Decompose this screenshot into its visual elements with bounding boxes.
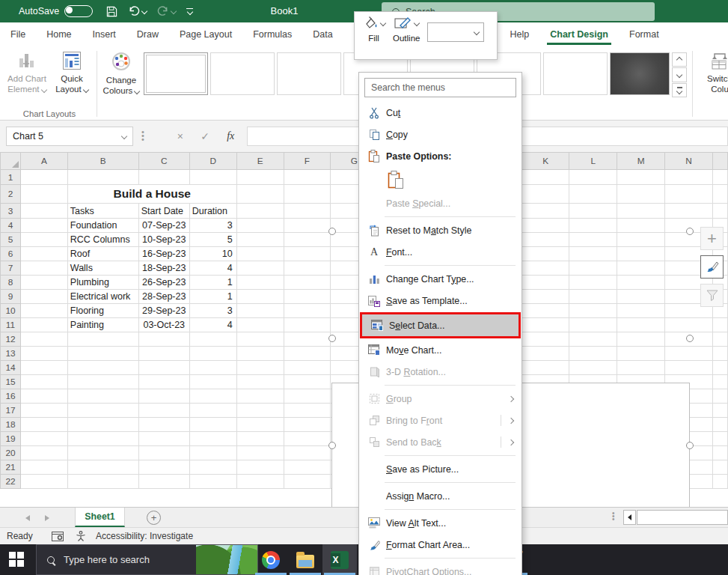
taskbar-app-file-explorer[interactable] <box>288 544 322 575</box>
cell-A11[interactable] <box>20 318 67 332</box>
autosave-toggle[interactable]: AutoSave <box>19 5 93 17</box>
cell-B14[interactable] <box>67 361 138 375</box>
menu-item-format-chart-area[interactable]: Format Chart Area... <box>359 534 521 556</box>
cell-F15[interactable] <box>284 375 331 389</box>
cell-B15[interactable] <box>67 375 138 389</box>
cell-A12[interactable] <box>20 332 67 347</box>
cell-A6[interactable] <box>20 247 67 261</box>
cell-D21[interactable] <box>189 460 236 475</box>
cell-F11[interactable] <box>284 318 331 332</box>
cell-F16[interactable] <box>284 389 331 404</box>
cell-M1[interactable] <box>617 170 665 185</box>
column-header-E[interactable]: E <box>236 153 284 170</box>
cell-F10[interactable] <box>284 304 331 318</box>
change-colours-button[interactable]: ChangeColours <box>100 51 142 97</box>
start-button[interactable] <box>9 552 25 568</box>
macro-record-icon[interactable] <box>52 532 64 541</box>
row-header-4[interactable]: 4 <box>1 219 21 233</box>
cell-A21[interactable] <box>20 460 67 475</box>
cell-A10[interactable] <box>20 304 67 318</box>
cell-A4[interactable] <box>20 219 67 233</box>
cell-C9[interactable]: 28-Sep-23 <box>138 290 189 304</box>
cell-B22[interactable] <box>67 475 138 489</box>
insert-function-button[interactable]: fx <box>227 130 234 142</box>
cell-M6[interactable] <box>617 247 665 261</box>
cell-C5[interactable]: 10-Sep-23 <box>138 233 189 247</box>
cell-L4[interactable] <box>569 219 617 233</box>
cell-D3[interactable]: Duration <box>189 204 236 219</box>
cell-B5[interactable]: RCC Columns <box>67 233 138 247</box>
cell-N2[interactable] <box>665 185 713 204</box>
menu-item-font[interactable]: AFont... <box>359 241 521 263</box>
cell-13[interactable] <box>712 347 727 361</box>
chart-elements-button[interactable]: + <box>700 227 724 250</box>
cell-C10[interactable]: 29-Sep-23 <box>138 304 189 318</box>
row-header-9[interactable]: 9 <box>1 290 21 304</box>
column-header-L[interactable]: L <box>569 153 617 170</box>
menu-item-paste-options[interactable]: Paste Options: <box>359 145 521 167</box>
row-header-17[interactable]: 17 <box>1 404 21 418</box>
cell-M12[interactable] <box>617 332 665 347</box>
cell-L3[interactable] <box>569 204 617 219</box>
cell-M5[interactable] <box>617 233 665 247</box>
cell-A19[interactable] <box>20 432 67 446</box>
cell-E11[interactable] <box>236 318 284 332</box>
cell-F2[interactable] <box>284 185 331 204</box>
cell-A8[interactable] <box>20 276 67 290</box>
cell-B3[interactable]: Tasks <box>67 204 138 219</box>
cell-B4[interactable]: Foundation <box>67 219 138 233</box>
column-header-partial[interactable] <box>712 153 727 170</box>
cell-M9[interactable] <box>617 290 665 304</box>
cell-D8[interactable]: 1 <box>189 276 236 290</box>
cell-K7[interactable] <box>521 261 569 276</box>
cell-N1[interactable] <box>665 170 713 185</box>
column-header-D[interactable]: D <box>189 153 236 170</box>
chart-style-thumbnail-2[interactable] <box>210 52 275 95</box>
cell-21[interactable] <box>712 460 727 475</box>
cell-D17[interactable] <box>189 404 236 418</box>
cell-M14[interactable] <box>617 361 665 375</box>
cell-F5[interactable] <box>284 233 331 247</box>
chart-handle-middle-right[interactable] <box>686 335 694 342</box>
row-header-18[interactable]: 18 <box>1 418 21 432</box>
cell-E16[interactable] <box>236 389 284 404</box>
cell-F19[interactable] <box>284 432 331 446</box>
switch-row-column-button[interactable]: SwitchColu <box>699 51 728 95</box>
cell-A15[interactable] <box>20 375 67 389</box>
cell-B18[interactable] <box>67 418 138 432</box>
cell-M2[interactable] <box>617 185 665 204</box>
cell-C3[interactable]: Start Date <box>138 204 189 219</box>
cell-K4[interactable] <box>521 219 569 233</box>
cell-E5[interactable] <box>236 233 284 247</box>
menu-item-save-as-picture[interactable]: Save as Picture... <box>359 458 521 480</box>
cell-C17[interactable] <box>138 404 189 418</box>
cell-D14[interactable] <box>189 361 236 375</box>
cell-A5[interactable] <box>20 233 67 247</box>
cell-M7[interactable] <box>617 261 665 276</box>
cell-K3[interactable] <box>521 204 569 219</box>
cell-F21[interactable] <box>284 460 331 475</box>
cell-B17[interactable] <box>67 404 138 418</box>
menu-item-cut[interactable]: Cut <box>359 102 521 124</box>
cell-E19[interactable] <box>236 432 284 446</box>
cell-E20[interactable] <box>236 446 284 460</box>
cell-19[interactable] <box>712 432 727 446</box>
cell-A7[interactable] <box>20 261 67 276</box>
cell-B11[interactable]: Painting <box>67 318 138 332</box>
row-header-22[interactable]: 22 <box>1 475 21 489</box>
cell-L6[interactable] <box>569 247 617 261</box>
cell-E1[interactable] <box>236 170 284 185</box>
cell-M10[interactable] <box>617 304 665 318</box>
cell-17[interactable] <box>712 404 727 418</box>
cell-N11[interactable] <box>665 318 713 332</box>
chart-styles-button[interactable] <box>700 255 724 279</box>
tab-insert[interactable]: Insert <box>82 22 126 46</box>
tab-draw[interactable]: Draw <box>126 22 169 46</box>
row-header-10[interactable]: 10 <box>1 304 21 318</box>
cell-C20[interactable] <box>138 446 189 460</box>
cell-F20[interactable] <box>284 446 331 460</box>
cell-B13[interactable] <box>67 347 138 361</box>
cell-C16[interactable] <box>138 389 189 404</box>
new-sheet-button[interactable]: + <box>147 511 161 525</box>
cell-L1[interactable] <box>569 170 617 185</box>
